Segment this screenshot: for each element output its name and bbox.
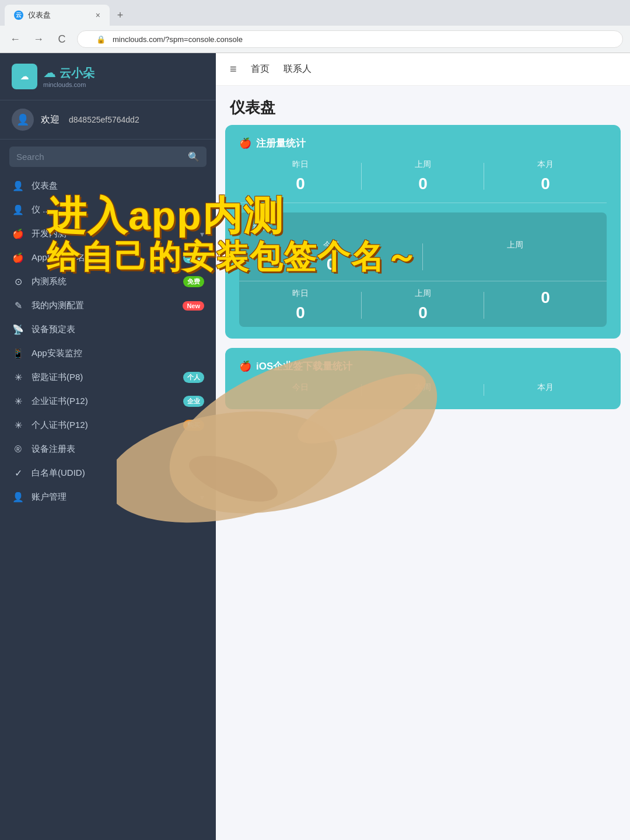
- tab-close-button[interactable]: ×: [96, 11, 100, 20]
- browser-chrome: 云 仪表盘 × + ← → C 🔒 minclouds.com/?spm=con…: [0, 0, 630, 53]
- sidebar-item-dashboard1[interactable]: 👤 仪表盘: [0, 174, 216, 198]
- stats-lastweek-col: 上周 0: [362, 159, 484, 193]
- refresh-button[interactable]: C: [54, 31, 70, 47]
- device-reg-icon: ®: [12, 444, 24, 455]
- device-table-icon: 📡: [12, 324, 24, 335]
- my-config-label: 我的内测配置: [32, 300, 176, 311]
- dashboard1-icon: 👤: [12, 180, 24, 191]
- ios-thismonth-label: 本月: [484, 382, 607, 393]
- topbar-home-link[interactable]: 首页: [251, 63, 270, 75]
- ios-enterprise-stats-row: 今日 本周 本月: [239, 382, 607, 398]
- p12-personal-icon: ✳: [12, 420, 24, 431]
- sidebar-item-app-beta[interactable]: 🍎 App内测(签名) 上代: [0, 246, 216, 270]
- page-title-bar: 仪表盘: [216, 86, 630, 125]
- tab-favicon: 云: [14, 11, 23, 20]
- sidebar-item-p12-enterprise[interactable]: ✳ 企业证书(P12) 企业: [0, 389, 216, 413]
- user-avatar: 👤: [12, 109, 34, 131]
- dashboard-content: 🍎 注册量统计 昨日 0 上周 0 本月 0: [216, 125, 630, 428]
- p8-cert-label: 密匙证书(P8): [32, 372, 176, 383]
- device-reg-label: 设备注册表: [32, 444, 204, 455]
- sidebar-item-beta-sys[interactable]: ⊙ 内测系统 免费: [0, 270, 216, 294]
- registration-stats-top-row: 昨日 0 上周 0 本月 0: [239, 159, 607, 193]
- account-section-label: 账户管理: [32, 492, 66, 503]
- my-config-badge: New: [183, 301, 204, 311]
- dev-section-header[interactable]: 🍎 开发内测 ▾: [0, 222, 216, 246]
- user-id: d848525ef5764dd2: [69, 115, 139, 124]
- sub-stats-today-row: 今日 0 上周: [239, 240, 607, 274]
- address-input[interactable]: 🔒 minclouds.com/?spm=console.console: [77, 30, 623, 48]
- dashboard2-label: 仪 ...: [32, 204, 204, 215]
- sub-stats-title-label: 统计: [239, 222, 607, 240]
- p12-enterprise-badge: 企业: [183, 396, 204, 407]
- sub-stats-bottom-yesterday-label: 昨日: [239, 288, 362, 299]
- logo-text: 云小朵: [60, 65, 94, 81]
- topbar-menu-icon[interactable]: ≡: [230, 62, 237, 76]
- topbar-contact-link[interactable]: 联系人: [284, 63, 312, 75]
- p12-enterprise-icon: ✳: [12, 396, 24, 407]
- sidebar-item-my-config[interactable]: ✎ 我的内测配置 New: [0, 294, 216, 318]
- ios-thisweek-label: 本周: [362, 382, 484, 393]
- ios-today-col: 今日: [239, 382, 362, 398]
- new-tab-button[interactable]: +: [112, 7, 128, 23]
- search-icon[interactable]: 🔍: [188, 151, 200, 162]
- logo-icon: ☁: [12, 64, 37, 89]
- sub-stats-lastweek2-col: 上周: [423, 240, 607, 274]
- lock-icon: 🔒: [96, 35, 106, 44]
- forward-button[interactable]: →: [30, 31, 47, 47]
- account-section-header[interactable]: 👤 账户管理 ▾: [0, 485, 216, 509]
- sub-stats-today-col: 今日 0: [239, 240, 423, 274]
- content-topbar: ≡ 首页 联系人: [216, 53, 630, 86]
- p12-enterprise-label: 企业证书(P12): [32, 396, 176, 407]
- sub-stats-bottom-row: 昨日 0 上周 0 0: [239, 288, 607, 322]
- sidebar-item-device-table[interactable]: 📡 设备预定表: [0, 318, 216, 341]
- stats-yesterday-col: 昨日 0: [239, 159, 362, 193]
- sidebar-item-p8-cert[interactable]: ✳ 密匙证书(P8) 个人: [0, 365, 216, 389]
- beta-sys-icon: ⊙: [12, 276, 24, 287]
- address-text: minclouds.com/?spm=console.console: [113, 35, 243, 44]
- dev-section-icon: 🍎: [12, 228, 24, 239]
- app-beta-label: App内测(签名): [32, 252, 176, 263]
- sidebar-item-device-reg[interactable]: ® 设备注册表: [0, 437, 216, 461]
- address-bar: ← → C 🔒 minclouds.com/?spm=console.conso…: [0, 26, 630, 53]
- registration-stats-card: 🍎 注册量统计 昨日 0 上周 0 本月 0: [225, 125, 621, 339]
- ios-enterprise-icon: 🍎: [239, 360, 251, 372]
- p12-personal-label: 个人证书(P12): [32, 420, 176, 431]
- sidebar-item-dashboard2[interactable]: 👤 仪 ...: [0, 198, 216, 222]
- welcome-text: 欢迎: [41, 114, 60, 126]
- active-tab[interactable]: 云 仪表盘 ×: [5, 5, 110, 26]
- sub-stats-today-value: 0: [239, 255, 423, 274]
- ios-enterprise-stats-title: 🍎 iOS企业签下载量统计: [239, 360, 607, 373]
- beta-sys-badge: 免费: [183, 276, 204, 287]
- sidebar-item-whitelist[interactable]: ✓ 白名单(UDID): [0, 461, 216, 485]
- sub-stats-bottom-yesterday-col: 昨日 0: [239, 288, 362, 322]
- sub-stats-bottom-value3: 0: [484, 288, 607, 307]
- ios-thisweek-col: 本周: [362, 382, 484, 398]
- sidebar-logo: ☁ ☁ 云小朵 minclouds.com: [0, 53, 216, 100]
- stats-yesterday-value: 0: [239, 175, 362, 193]
- sidebar-user: 👤 欢迎 d848525ef5764dd2: [0, 100, 216, 140]
- logo-sub: minclouds.com: [43, 81, 94, 88]
- sidebar: ☁ ☁ 云小朵 minclouds.com 👤 欢迎 d848525ef5764…: [0, 53, 216, 840]
- sub-stats-bottom-yesterday-value: 0: [239, 304, 362, 322]
- search-input[interactable]: [16, 152, 183, 162]
- stats-lastweek-label: 上周: [362, 159, 484, 170]
- ios-enterprise-stats-card: 🍎 iOS企业签下载量统计 今日 本周 本月: [225, 348, 621, 409]
- main-layout: ☁ ☁ 云小朵 minclouds.com 👤 欢迎 d848525ef5764…: [0, 53, 630, 840]
- ios-today-label: 今日: [239, 382, 362, 393]
- sub-stats-bottom-col3: 0: [484, 288, 607, 322]
- tab-title: 仪表盘: [28, 10, 51, 20]
- back-button[interactable]: ←: [7, 31, 23, 47]
- sidebar-item-p12-personal[interactable]: ✳ 个人证书(P12) 购买: [0, 413, 216, 437]
- account-section-chevron: ▾: [200, 493, 204, 502]
- app-monitor-icon: 📱: [12, 348, 24, 359]
- ios-thismonth-col: 本月: [484, 382, 607, 398]
- whitelist-icon: ✓: [12, 468, 24, 479]
- p8-cert-badge: 个人: [183, 372, 204, 383]
- page-title: 仪表盘: [230, 99, 275, 116]
- sidebar-item-app-monitor[interactable]: 📱 App安装监控: [0, 341, 216, 365]
- stats-lastmonth-col: 本月 0: [484, 159, 607, 193]
- stats-lastmonth-label: 本月: [484, 159, 607, 170]
- my-config-icon: ✎: [12, 300, 24, 311]
- sub-stats-bottom-lastweek-value: 0: [362, 304, 484, 322]
- beta-sys-label: 内测系统: [32, 276, 176, 287]
